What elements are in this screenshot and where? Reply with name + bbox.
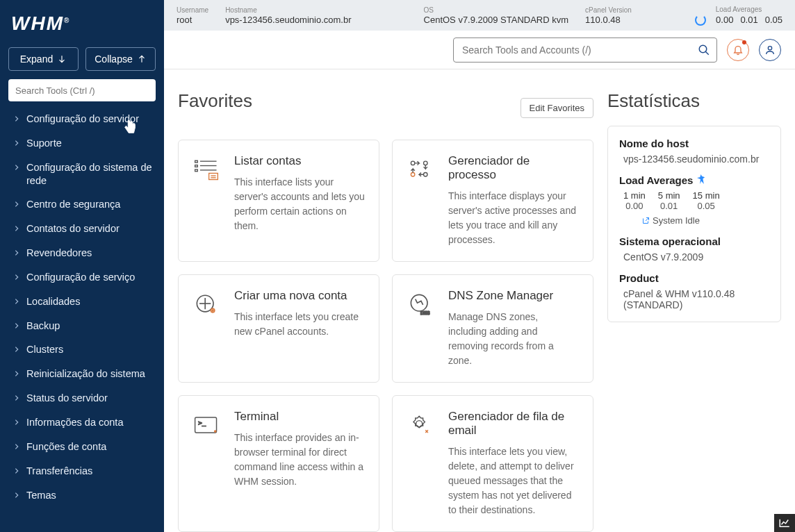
sidebar-item-3[interactable]: Centro de segurança bbox=[0, 192, 164, 217]
card-title: Gerenciador de processo bbox=[448, 154, 579, 182]
favorite-card-1[interactable]: Gerenciador de processoThis interface di… bbox=[392, 140, 593, 262]
chevron-right-icon bbox=[13, 249, 21, 256]
chevron-right-icon bbox=[13, 201, 21, 208]
sidebar-search-input[interactable] bbox=[8, 79, 156, 101]
sidebar-item-label: Informações da conta bbox=[26, 416, 123, 429]
sidebar-item-12[interactable]: Informações da conta bbox=[0, 410, 164, 435]
favorites-title: Favorites bbox=[178, 90, 252, 112]
edit-favorites-button[interactable]: Edit Favorites bbox=[521, 98, 593, 118]
card-icon bbox=[405, 410, 436, 440]
card-desc: This interface displays your server's ac… bbox=[448, 189, 579, 247]
main-content: Favorites Edit Favorites Listar contasTh… bbox=[164, 69, 795, 532]
card-title: DNS Zone Manager bbox=[448, 289, 579, 303]
stat-product-label: Product bbox=[619, 272, 769, 284]
sidebar-item-11[interactable]: Status do servidor bbox=[0, 386, 164, 410]
sidebar-item-1[interactable]: Suporte bbox=[0, 131, 164, 156]
card-desc: This interface provides an in-browser te… bbox=[234, 431, 365, 489]
chevron-right-icon bbox=[13, 370, 21, 377]
svg-point-0 bbox=[699, 45, 707, 53]
stat-os-label: Sistema operacional bbox=[619, 235, 769, 247]
chevron-right-icon bbox=[13, 298, 21, 305]
meta-cpanel-version: cPanel Version 110.0.48 bbox=[585, 6, 632, 25]
sidebar-item-13[interactable]: Funções de conta bbox=[0, 435, 164, 459]
chevron-right-icon bbox=[13, 419, 21, 426]
sidebar-item-4[interactable]: Contatos do servidor bbox=[0, 217, 164, 241]
arrow-down-icon bbox=[57, 54, 67, 64]
sidebar-item-label: Centro de segurança bbox=[26, 198, 120, 211]
meta-hostname: Hostname vps-123456.seudominio.com.br bbox=[225, 6, 351, 25]
favorite-card-4[interactable]: >_TerminalThis interface provides an in-… bbox=[178, 395, 379, 532]
sidebar-item-label: Configuração do servidor bbox=[26, 113, 139, 126]
sidebar-item-9[interactable]: Clusters bbox=[0, 338, 164, 362]
top-load-averages: Load Averages 0.00 0.01 0.05 bbox=[695, 6, 782, 26]
chevron-right-icon bbox=[13, 322, 21, 329]
favorite-card-2[interactable]: Criar uma nova contaThis interface lets … bbox=[178, 274, 379, 383]
svg-point-27 bbox=[416, 421, 423, 427]
svg-point-15 bbox=[424, 173, 427, 176]
sidebar-item-label: Configuração de serviço bbox=[26, 271, 135, 284]
svg-rect-9 bbox=[209, 173, 218, 179]
svg-text:>_: >_ bbox=[198, 419, 206, 426]
notifications-button[interactable] bbox=[727, 39, 749, 61]
chevron-right-icon bbox=[13, 115, 21, 122]
stat-hostname: vps-123456.seudominio.com.br bbox=[619, 153, 769, 165]
sidebar-item-label: Backup bbox=[26, 319, 60, 333]
collapse-button[interactable]: Collapse bbox=[85, 47, 156, 71]
card-title: Gerenciador de fila de email bbox=[448, 410, 579, 438]
sidebar-item-label: Suporte bbox=[26, 137, 62, 150]
sidebar-item-14[interactable]: Transferências bbox=[0, 459, 164, 483]
card-title: Terminal bbox=[234, 410, 365, 424]
sidebar-nav[interactable]: Configuração do servidorSuporteConfigura… bbox=[0, 107, 164, 532]
svg-point-14 bbox=[411, 173, 414, 176]
chevron-right-icon bbox=[13, 467, 21, 474]
sidebar-item-label: Temas bbox=[26, 489, 56, 502]
svg-line-1 bbox=[705, 51, 709, 55]
favorite-card-5[interactable]: Gerenciador de fila de emailThis interfa… bbox=[392, 395, 593, 532]
card-title: Criar uma nova conta bbox=[234, 289, 365, 303]
favorite-card-3[interactable]: DNSDNS Zone ManagerManage DNS zones, inc… bbox=[392, 274, 593, 383]
chevron-right-icon bbox=[13, 443, 21, 450]
svg-rect-4 bbox=[195, 165, 198, 167]
chevron-right-icon bbox=[13, 492, 21, 499]
stats-toggle-button[interactable] bbox=[774, 514, 795, 532]
arrow-up-icon bbox=[137, 54, 147, 64]
global-search-input[interactable] bbox=[453, 38, 717, 63]
system-idle[interactable]: System Idle bbox=[619, 215, 769, 226]
sidebar-item-5[interactable]: Revendedores bbox=[0, 241, 164, 265]
sidebar-item-7[interactable]: Localidades bbox=[0, 290, 164, 314]
card-icon: DNS bbox=[405, 289, 436, 319]
card-icon bbox=[191, 154, 222, 185]
reload-icon[interactable] bbox=[695, 15, 706, 26]
whm-logo: WHM® bbox=[0, 0, 164, 42]
sidebar-item-8[interactable]: Backup bbox=[0, 314, 164, 338]
card-desc: Manage DNS zones, including adding and r… bbox=[448, 310, 579, 368]
chart-icon bbox=[778, 517, 791, 529]
sidebar: WHM® Expand Collapse Configuração do ser… bbox=[0, 0, 164, 532]
sidebar-item-0[interactable]: Configuração do servidor bbox=[0, 107, 164, 131]
stat-os: CentOS v7.9.2009 bbox=[619, 251, 769, 263]
card-desc: This interface lets you view, delete, an… bbox=[448, 444, 579, 517]
favorite-card-0[interactable]: Listar contasThis interface lists your s… bbox=[178, 140, 379, 262]
sidebar-item-label: Reinicialização do sistema bbox=[26, 367, 145, 381]
stats-title: Estatísticas bbox=[607, 90, 781, 112]
card-icon: >_ bbox=[191, 410, 222, 440]
meta-username: Username root bbox=[177, 6, 208, 25]
chevron-right-icon bbox=[13, 274, 21, 281]
running-man-icon bbox=[696, 174, 706, 184]
meta-os: OS CentOS v7.9.2009 STANDARD kvm bbox=[424, 6, 569, 25]
header-search-row bbox=[164, 31, 795, 69]
sidebar-item-label: Configuração do sistema de rede bbox=[26, 161, 156, 188]
sidebar-item-2[interactable]: Configuração do sistema de rede bbox=[0, 156, 164, 193]
sidebar-item-6[interactable]: Configuração de serviço bbox=[0, 265, 164, 290]
sidebar-item-10[interactable]: Reinicialização do sistema bbox=[0, 362, 164, 386]
svg-point-22 bbox=[411, 294, 427, 311]
card-title: Listar contas bbox=[234, 154, 365, 168]
sidebar-item-label: Clusters bbox=[26, 343, 63, 356]
sidebar-item-15[interactable]: Temas bbox=[0, 483, 164, 508]
user-menu-button[interactable] bbox=[759, 39, 781, 61]
card-icon bbox=[191, 289, 222, 319]
card-icon bbox=[405, 154, 436, 185]
expand-button[interactable]: Expand bbox=[8, 47, 79, 71]
chevron-right-icon bbox=[13, 140, 21, 147]
svg-point-13 bbox=[424, 161, 427, 165]
